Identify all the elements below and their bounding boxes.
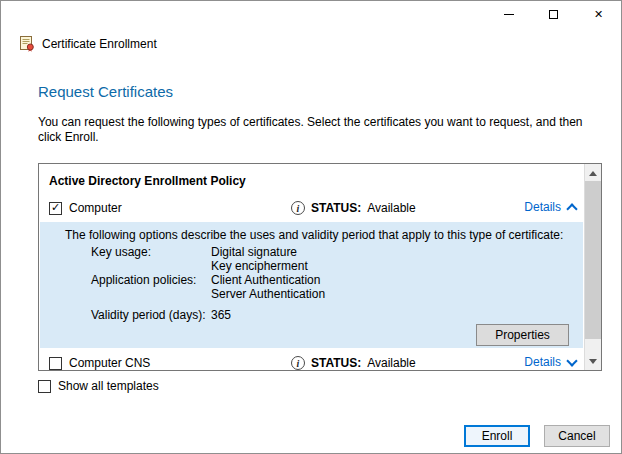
info-icon: i — [291, 356, 305, 370]
checkmark-icon: ✓ — [51, 202, 60, 213]
validity-row: Validity period (days): 365 — [91, 308, 575, 322]
details-grid: Key usage: Digital signature Key enciphe… — [91, 245, 575, 301]
empty-cell — [91, 259, 211, 273]
enrollment-policy-panel: Active Directory Enrollment Policy ✓ Com… — [38, 163, 602, 371]
details-intro: The following options describe the uses … — [48, 228, 575, 243]
validity-period-value: 365 — [211, 308, 575, 322]
info-icon: i — [291, 201, 305, 215]
triangle-up-icon — [589, 171, 597, 176]
cancel-button[interactable]: Cancel — [544, 425, 610, 447]
certificate-icon — [19, 36, 35, 52]
page-description: You can request the following types of c… — [38, 115, 583, 145]
template-row-computer: ✓ Computer i STATUS: Available Details — [39, 197, 584, 219]
key-usage-value: Key encipherment — [211, 259, 575, 273]
scroll-up-button[interactable] — [585, 165, 601, 181]
show-all-templates-checkbox[interactable] — [38, 380, 51, 393]
status-value: Available — [367, 201, 415, 215]
panel-scrollbar[interactable] — [584, 164, 601, 370]
status-group: i STATUS: Available — [291, 356, 416, 370]
scroll-down-button[interactable] — [585, 353, 601, 369]
details-toggle-computer-cns[interactable]: Details — [524, 355, 576, 369]
details-label: Details — [524, 355, 561, 369]
properties-button[interactable]: Properties — [476, 324, 569, 346]
policy-header: Active Directory Enrollment Policy — [39, 164, 584, 189]
chevron-up-icon — [566, 203, 577, 214]
close-icon: ✕ — [594, 9, 603, 20]
application-policies-value: Client Authentication — [211, 273, 575, 287]
show-all-templates-label: Show all templates — [58, 379, 159, 393]
details-toggle-computer[interactable]: Details — [524, 200, 576, 214]
status-label: STATUS: — [311, 356, 361, 370]
template-name-computer: Computer — [69, 201, 122, 215]
key-usage-value: Digital signature — [211, 245, 575, 259]
panel-content: Active Directory Enrollment Policy ✓ Com… — [39, 164, 584, 370]
computer-cns-checkbox[interactable] — [49, 357, 62, 370]
triangle-down-icon — [589, 359, 597, 364]
key-usage-label: Key usage: — [91, 245, 211, 259]
window-controls: ✕ — [486, 1, 621, 28]
application-policies-value: Server Authentication — [211, 287, 575, 301]
window-title: Certificate Enrollment — [42, 37, 157, 51]
template-row-computer-cns: Computer CNS i STATUS: Available Details — [39, 352, 584, 370]
enroll-button[interactable]: Enroll — [464, 425, 530, 447]
empty-cell — [91, 287, 211, 301]
chevron-down-icon — [566, 355, 577, 366]
app-title-row: Certificate Enrollment — [19, 36, 157, 52]
details-label: Details — [524, 200, 561, 214]
status-label: STATUS: — [311, 201, 361, 215]
scrollbar-thumb[interactable] — [585, 181, 601, 339]
application-policies-label: Application policies: — [91, 273, 211, 287]
certificate-enrollment-window: ✕ Certificate Enrollment Request Certifi… — [0, 0, 622, 454]
properties-row: Properties — [48, 324, 575, 346]
maximize-icon — [549, 10, 558, 19]
maximize-button[interactable] — [531, 1, 576, 28]
show-all-templates[interactable]: Show all templates — [38, 379, 159, 393]
computer-checkbox[interactable]: ✓ — [49, 202, 62, 215]
template-details-panel: The following options describe the uses … — [40, 222, 583, 348]
template-name-computer-cns: Computer CNS — [69, 356, 150, 370]
page-title: Request Certificates — [38, 83, 173, 100]
validity-period-label: Validity period (days): — [91, 308, 211, 322]
status-group: i STATUS: Available — [291, 201, 416, 215]
footer-buttons: Enroll Cancel — [464, 425, 610, 447]
status-value: Available — [367, 356, 415, 370]
close-button[interactable]: ✕ — [576, 1, 621, 28]
minimize-icon — [504, 14, 514, 15]
minimize-button[interactable] — [486, 1, 531, 28]
